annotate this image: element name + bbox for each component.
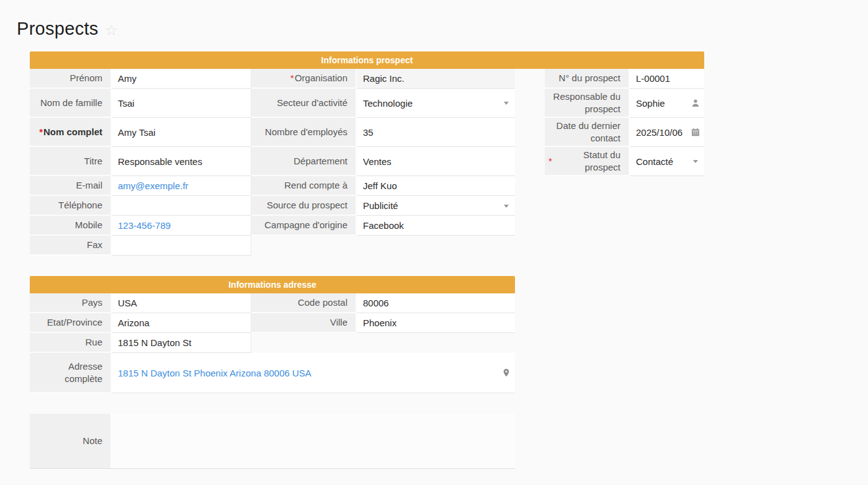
- field-label-date-dernier-contact: Date du dernier contact: [545, 118, 630, 147]
- map-pin-icon[interactable]: [502, 368, 511, 377]
- chevron-down-icon: [504, 102, 509, 105]
- user-icon: [691, 99, 700, 107]
- chevron-down-icon: [693, 160, 698, 163]
- field-value-fax[interactable]: [112, 236, 251, 256]
- field-label-telephone: Téléphone: [30, 196, 112, 216]
- field-value-telephone[interactable]: [112, 196, 251, 216]
- field-label-pays: Pays: [30, 293, 112, 313]
- field-value-code-postal[interactable]: 80006: [357, 293, 515, 313]
- empty-cell: [251, 236, 515, 256]
- required-marker: *: [548, 155, 552, 167]
- field-label-rend-compte-a: Rend compte à: [251, 176, 357, 196]
- field-value-no-prospect[interactable]: L-00001: [630, 69, 704, 89]
- field-value-nombre-employes[interactable]: 35: [357, 118, 515, 147]
- field-label-departement: Département: [251, 147, 357, 176]
- field-label-code-postal: Code postal: [251, 293, 357, 313]
- section-spacer: [30, 256, 868, 276]
- section-title: Informations prospect: [321, 55, 413, 65]
- star-icon[interactable]: ☆: [105, 23, 119, 38]
- field-value-nom-de-famille[interactable]: Tsai: [112, 89, 251, 118]
- field-label-campagne-origine: Campagne d'origine: [251, 216, 357, 236]
- field-value-adresse-complete[interactable]: 1815 N Dayton St Phoenix Arizona 80006 U…: [112, 353, 515, 393]
- section-header-adresse: Informations adresse: [30, 276, 515, 293]
- field-label-responsable-prospect: Responsable du prospect: [545, 89, 630, 118]
- field-value-note[interactable]: [112, 414, 515, 468]
- field-value-departement[interactable]: Ventes: [357, 147, 515, 176]
- field-label-nom-complet: *Nom complet: [30, 118, 112, 147]
- field-value-prenom[interactable]: Amy: [112, 69, 251, 89]
- field-value-ville[interactable]: Phoenix: [357, 313, 515, 333]
- field-value-date-dernier-contact[interactable]: 2025/10/06: [630, 118, 704, 147]
- field-label-fax: Fax: [30, 236, 112, 256]
- field-label-adresse-complete: Adresse complète: [30, 353, 112, 393]
- field-label-nom-de-famille: Nom de famille: [30, 89, 112, 118]
- field-value-source-prospect[interactable]: Publicité: [357, 196, 515, 216]
- prospect-right-grid: N° du prospect L-00001 Responsable du pr…: [545, 69, 704, 176]
- field-value-campagne-origine[interactable]: Facebook: [357, 216, 515, 236]
- field-value-statut-prospect[interactable]: Contacté: [630, 147, 704, 176]
- field-label-ville: Ville: [251, 313, 357, 333]
- chevron-down-icon: [504, 205, 509, 208]
- field-label-rue: Rue: [30, 333, 112, 353]
- field-label-etat-province: Etat/Province: [30, 313, 112, 333]
- page-title: Prospects: [17, 19, 99, 39]
- prospect-section-body: Prénom Amy *Organisation Ragic Inc. Nom …: [30, 69, 868, 256]
- field-value-pays[interactable]: USA: [112, 293, 251, 313]
- field-value-secteur-activite[interactable]: Technologie: [357, 89, 515, 118]
- field-label-prenom: Prénom: [30, 69, 112, 89]
- full-address-link[interactable]: 1815 N Dayton St Phoenix Arizona 80006 U…: [118, 368, 311, 378]
- field-value-rue[interactable]: 1815 N Dayton St: [112, 333, 251, 353]
- field-value-titre[interactable]: Responsable ventes: [112, 147, 251, 176]
- field-value-responsable-prospect[interactable]: Sophie: [630, 89, 704, 118]
- field-label-organisation: *Organisation: [251, 69, 357, 89]
- field-value-rend-compte-a[interactable]: Jeff Kuo: [357, 176, 515, 196]
- field-label-email: E-mail: [30, 176, 112, 196]
- empty-cell: [251, 333, 515, 353]
- field-label-note: Note: [30, 414, 112, 468]
- calendar-icon[interactable]: [691, 128, 700, 136]
- field-value-mobile[interactable]: 123-456-789: [112, 216, 251, 236]
- field-value-email[interactable]: amy@exemple.fr: [112, 176, 251, 196]
- form-area: Informations prospect Prénom Amy *Organi…: [30, 51, 868, 469]
- page-header: Prospects ☆: [0, 0, 868, 39]
- field-label-source-prospect: Source du prospect: [251, 196, 357, 216]
- field-value-organisation[interactable]: Ragic Inc.: [357, 69, 515, 89]
- email-link[interactable]: amy@exemple.fr: [118, 180, 189, 191]
- section-title: Informations adresse: [228, 280, 316, 290]
- mobile-link[interactable]: 123-456-789: [118, 220, 171, 231]
- field-value-etat-province[interactable]: Arizona: [112, 313, 251, 333]
- field-label-mobile: Mobile: [30, 216, 112, 236]
- required-marker: *: [290, 72, 294, 84]
- field-label-titre: Titre: [30, 147, 112, 176]
- section-header-prospect: Informations prospect: [30, 51, 704, 69]
- address-grid: Pays USA Code postal 80006 Etat/Province…: [30, 293, 868, 393]
- field-label-statut-prospect: *Statut du prospect: [545, 147, 630, 176]
- field-label-nombre-employes: Nombre d'employés: [251, 118, 357, 147]
- note-block: Note: [30, 414, 515, 469]
- field-label-secteur-activite: Secteur d'activité: [251, 89, 357, 118]
- required-marker: *: [39, 126, 43, 138]
- prospect-left-middle-grid: Prénom Amy *Organisation Ragic Inc. Nom …: [30, 69, 515, 256]
- field-label-no-prospect: N° du prospect: [545, 69, 630, 89]
- field-value-nom-complet[interactable]: Amy Tsai: [112, 118, 251, 147]
